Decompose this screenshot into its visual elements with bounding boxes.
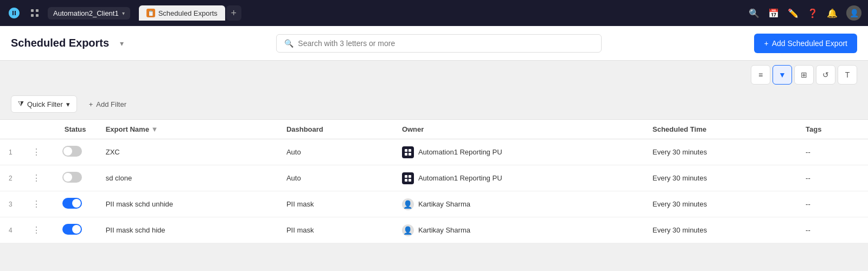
row-more-button[interactable]: ⋮ (21, 217, 54, 243)
toolbar: ≡ ▼ ⊞ ↺ T (0, 61, 868, 89)
owner-name: Kartikay Sharma (418, 226, 470, 234)
quick-filter-label: Quick Filter (27, 100, 63, 108)
col-status: Status (54, 120, 97, 139)
export-name: PII mask schd hide (97, 217, 278, 243)
filter-button[interactable]: ▼ (773, 65, 792, 85)
row-status[interactable] (54, 191, 97, 217)
text-size-button[interactable]: T (838, 65, 857, 85)
plus-icon: + (89, 100, 93, 108)
scheduled-time: Every 30 minutes (644, 217, 797, 243)
more-icon[interactable]: ⋮ (30, 172, 43, 184)
page-title: Scheduled Exports (11, 37, 109, 49)
more-icon[interactable]: ⋮ (30, 224, 43, 236)
quick-filter-chevron-icon: ▾ (66, 100, 70, 108)
svg-rect-11 (409, 179, 411, 182)
refresh-button[interactable]: ↺ (816, 65, 835, 85)
svg-rect-3 (36, 14, 39, 17)
status-toggle[interactable] (62, 224, 82, 235)
svg-rect-1 (36, 9, 39, 12)
owner-icon: 👤 (402, 198, 414, 210)
col-owner: Owner (393, 120, 644, 139)
group-button[interactable]: ⊞ (794, 65, 814, 85)
calendar-icon[interactable]: 📅 (768, 8, 779, 18)
owner-cell: Automation1 Reporting PU (393, 139, 644, 165)
owner-name: Kartikay Sharma (418, 200, 470, 208)
export-name: sd clone (97, 165, 278, 191)
status-toggle[interactable] (62, 172, 82, 183)
exports-table: Status Export Name ▼ Dashboard Owner Sch… (0, 120, 868, 243)
search-input[interactable] (298, 39, 593, 48)
table-row: 4⋮PII mask schd hidePII mask👤Kartikay Sh… (0, 217, 868, 243)
status-toggle[interactable] (62, 198, 82, 209)
scheduled-time: Every 30 minutes (644, 139, 797, 165)
add-filter-label: Add Filter (96, 100, 126, 108)
help-icon[interactable]: ❓ (807, 8, 818, 18)
row-more-button[interactable]: ⋮ (21, 165, 54, 191)
quick-filter-button[interactable]: ⧩ Quick Filter ▾ (11, 95, 77, 113)
col-more (21, 120, 54, 139)
add-tab-button[interactable]: + (226, 5, 241, 21)
tab-scheduled-exports[interactable]: 📋 Scheduled Exports (139, 5, 225, 21)
table-body: 1⋮ZXCAutoAutomation1 Reporting PUEvery 3… (0, 139, 868, 243)
row-index: 1 (0, 139, 21, 165)
table-row: 2⋮sd cloneAutoAutomation1 Reporting PUEv… (0, 165, 868, 191)
owner-icon: 👤 (402, 224, 414, 236)
more-icon[interactable]: ⋮ (30, 198, 43, 210)
nav-tabs: 📋 Scheduled Exports + (139, 5, 241, 21)
row-more-button[interactable]: ⋮ (21, 191, 54, 217)
row-status[interactable] (54, 139, 97, 165)
bell-icon[interactable]: 🔔 (827, 8, 838, 18)
add-scheduled-export-button[interactable]: + Add Scheduled Export (754, 34, 857, 53)
col-scheduled-time: Scheduled Time (644, 120, 797, 139)
svg-rect-6 (405, 153, 407, 156)
svg-rect-7 (409, 153, 411, 156)
col-dashboard: Dashboard (278, 120, 393, 139)
table-container: Status Export Name ▼ Dashboard Owner Sch… (0, 120, 868, 243)
dashboard-name: PII mask (278, 217, 393, 243)
table-row: 1⋮ZXCAutoAutomation1 Reporting PUEvery 3… (0, 139, 868, 165)
row-index: 4 (0, 217, 21, 243)
owner-name: Automation1 Reporting PU (418, 148, 502, 156)
owner-cell: Automation1 Reporting PU (393, 165, 644, 191)
table-row: 3⋮PII mask schd unhidePII mask👤Kartikay … (0, 191, 868, 217)
owner-cell: 👤Kartikay Sharma (393, 191, 644, 217)
edit-icon[interactable]: ✏️ (788, 8, 799, 18)
col-export-name[interactable]: Export Name ▼ (97, 120, 278, 139)
add-icon: + (764, 39, 768, 48)
col-index (0, 120, 21, 139)
row-status[interactable] (54, 165, 97, 191)
row-more-button[interactable]: ⋮ (21, 139, 54, 165)
more-icon[interactable]: ⋮ (30, 146, 43, 158)
search-nav-icon[interactable]: 🔍 (749, 8, 760, 18)
columns-button[interactable]: ≡ (751, 65, 770, 85)
owner-name: Automation1 Reporting PU (418, 174, 502, 182)
tags: -- (797, 217, 868, 243)
search-icon: 🔍 (284, 39, 293, 48)
columns-icon: ≡ (758, 70, 763, 79)
owner-icon (402, 172, 414, 184)
tags: -- (797, 165, 868, 191)
add-filter-button[interactable]: + Add Filter (82, 96, 133, 112)
grid-icon[interactable] (28, 7, 41, 20)
tags: -- (797, 191, 868, 217)
top-nav: Automation2_Client1 ▾ 📋 Scheduled Export… (0, 0, 868, 26)
dashboard-name: Auto (278, 165, 393, 191)
workspace-chevron-icon: ▾ (122, 10, 125, 16)
row-status[interactable] (54, 217, 97, 243)
refresh-icon: ↺ (822, 70, 829, 79)
workspace-name: Automation2_Client1 (53, 9, 119, 17)
export-name: ZXC (97, 139, 278, 165)
page-header: Scheduled Exports ▾ 🔍 + Add Scheduled Ex… (0, 26, 868, 61)
owner-cell: 👤Kartikay Sharma (393, 217, 644, 243)
title-chevron-icon[interactable]: ▾ (120, 39, 124, 48)
avatar[interactable]: 👤 (846, 5, 861, 21)
logo[interactable] (7, 5, 22, 21)
workspace-selector[interactable]: Automation2_Client1 ▾ (48, 7, 130, 20)
sort-icon: ▼ (151, 125, 158, 133)
svg-rect-5 (409, 149, 411, 152)
status-toggle[interactable] (62, 146, 82, 157)
funnel-icon: ⧩ (18, 100, 24, 108)
tab-label: Scheduled Exports (158, 9, 218, 17)
row-index: 2 (0, 165, 21, 191)
scheduled-time: Every 30 minutes (644, 165, 797, 191)
